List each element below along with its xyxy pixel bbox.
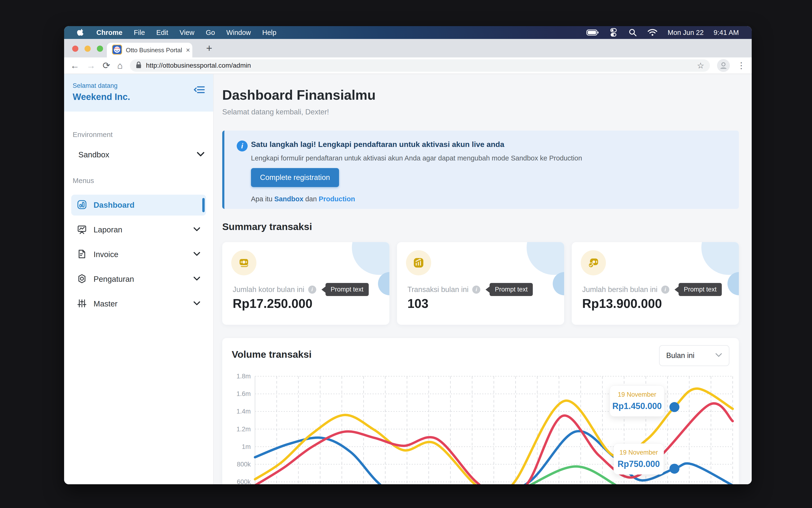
chevron-down-icon: [193, 227, 200, 232]
tooltip-date: 19 November: [612, 391, 662, 398]
wifi-icon[interactable]: [647, 29, 658, 37]
tab-title: Otto Business Portal: [126, 46, 182, 54]
complete-registration-button[interactable]: Complete registration: [251, 168, 339, 187]
profile-avatar-icon[interactable]: [717, 59, 730, 72]
chevron-down-icon: [197, 152, 205, 158]
card-net-amount: Jumlah bersih bulan ini i Prompt text Rp…: [572, 242, 739, 325]
window-minimize-button[interactable]: [85, 46, 91, 52]
sidebar-item-label: Pengaturan: [93, 274, 193, 284]
volume-chart-card: Volume transaksi Bulan ini 1.8m1.6m1.4m1…: [222, 338, 739, 484]
svg-text:1.4m: 1.4m: [237, 408, 251, 415]
sidebar-item-label: Master: [93, 299, 193, 308]
url-text[interactable]: http://ottobusinessportal.com/admin: [146, 62, 693, 69]
chart-tooltip: 19 November Rp750.000: [613, 443, 664, 474]
footnote-prefix: Apa itu: [251, 195, 274, 203]
menu-help[interactable]: Help: [262, 29, 276, 37]
tooltip-arrow: [485, 287, 489, 293]
production-link[interactable]: Production: [318, 195, 355, 203]
period-selector[interactable]: Bulan ini: [659, 345, 729, 366]
control-center-icon[interactable]: [609, 28, 618, 37]
invoice-document-icon: [77, 249, 87, 260]
sidebar-item-label: Laporan: [93, 225, 193, 234]
sandbox-link[interactable]: Sandbox: [274, 195, 303, 203]
sidebar-item-pengaturan[interactable]: Pengaturan: [71, 269, 206, 290]
window-close-button[interactable]: [72, 46, 78, 52]
back-icon[interactable]: ←: [70, 61, 79, 70]
reload-icon[interactable]: ⟳: [102, 61, 110, 70]
sidebar-collapse-icon[interactable]: [194, 85, 205, 95]
menubar-date[interactable]: Mon Jun 22: [668, 29, 704, 37]
info-icon[interactable]: i: [661, 286, 669, 294]
menu-go[interactable]: Go: [206, 29, 215, 37]
cash-icon: [231, 250, 256, 276]
sidebar-item-label: Dashboard: [93, 201, 200, 210]
new-tab-button[interactable]: +: [203, 42, 215, 55]
prompt-tooltip: Prompt text: [675, 283, 722, 296]
chevron-down-icon: [193, 252, 200, 257]
menu-file[interactable]: File: [134, 29, 145, 37]
svg-text:1m: 1m: [242, 443, 251, 450]
chevron-down-icon: [193, 276, 200, 282]
decor-circle: [701, 242, 739, 275]
browser-window: Chrome File Edit View Go Window Help Mon…: [64, 26, 752, 484]
card-value: 103: [408, 296, 428, 311]
sidebar-item-invoice[interactable]: Invoice: [71, 244, 206, 265]
browser-tab[interactable]: OTTO Otto Business Portal ×: [107, 43, 192, 57]
info-icon[interactable]: i: [472, 286, 480, 294]
card-label: Jumlah kotor bulan ini: [233, 285, 304, 294]
sidebar-company-header: Selamat datang Weekend Inc.: [64, 74, 213, 112]
prompt-tooltip: Prompt text: [485, 283, 533, 296]
summary-cards: Jumlah kotor bulan ini i Prompt text Rp1…: [222, 242, 739, 325]
info-icon[interactable]: i: [308, 286, 316, 294]
svg-text:600k: 600k: [237, 478, 251, 484]
info-icon: i: [237, 140, 248, 152]
tooltip-text: Prompt text: [489, 283, 533, 296]
browser-toolbar: ← → ⟳ ⌂ http://ottobusinessportal.com/ad…: [64, 57, 752, 74]
tab-bar: OTTO Otto Business Portal × +: [64, 39, 752, 57]
chart-heading: Volume transaksi: [232, 349, 312, 360]
tooltip-value: Rp750.000: [616, 459, 661, 469]
page-title: Dashboard Finansialmu: [222, 87, 376, 103]
apple-menu-icon[interactable]: [77, 28, 85, 37]
home-icon[interactable]: ⌂: [117, 61, 123, 70]
sidebar-item-master[interactable]: Master: [71, 293, 206, 314]
decor-circle: [553, 272, 564, 295]
environment-selector[interactable]: Sandbox: [73, 145, 205, 164]
banner-footnote: Apa itu Sandbox dan Production: [251, 195, 355, 203]
card-label: Jumlah bersih bulan ini: [582, 285, 657, 294]
settings-nut-icon: [77, 274, 87, 285]
sidebar-item-dashboard[interactable]: Dashboard: [71, 195, 206, 216]
sidebar-welcome-label: Selamat datang: [73, 82, 205, 89]
card-value: Rp17.250.000: [233, 296, 312, 311]
address-bar[interactable]: http://ottobusinessportal.com/admin ☆: [130, 59, 710, 72]
sidebar-environment-label: Environment: [73, 131, 113, 139]
tooltip-text: Prompt text: [326, 283, 369, 296]
bookmark-star-icon[interactable]: ☆: [697, 61, 704, 70]
svg-text:1.8m: 1.8m: [237, 373, 251, 380]
svg-text:1.2m: 1.2m: [237, 426, 251, 433]
menu-view[interactable]: View: [179, 29, 194, 37]
card-transaction-count: Transaksi bulan ini i Prompt text 103: [397, 242, 564, 325]
window-zoom-button[interactable]: [97, 46, 103, 52]
spotlight-search-icon[interactable]: [628, 28, 637, 37]
sidebar-item-laporan[interactable]: Laporan: [71, 219, 206, 240]
lock-icon: [136, 61, 142, 70]
decor-circle: [527, 242, 564, 275]
chevron-down-icon: [193, 301, 200, 307]
menubar-clock[interactable]: 9:41 AM: [714, 29, 739, 37]
browser-menu-icon[interactable]: ⋮: [737, 60, 745, 71]
forward-icon[interactable]: →: [86, 61, 95, 70]
tab-close-icon[interactable]: ×: [186, 46, 190, 54]
menu-chrome[interactable]: Chrome: [96, 29, 123, 37]
sidebar-menus-label: Menus: [73, 177, 94, 185]
tooltip-value: Rp1.450.000: [612, 401, 662, 411]
banner-description: Lengkapi formulir pendaftaran untuk akti…: [251, 154, 582, 162]
sidebar-company-name: Weekend Inc.: [73, 92, 205, 102]
page-subtitle: Selamat datang kembali, Dexter!: [222, 108, 329, 116]
environment-value: Sandbox: [78, 150, 197, 159]
battery-icon[interactable]: [587, 29, 599, 36]
menu-window[interactable]: Window: [226, 29, 251, 37]
menu-edit[interactable]: Edit: [156, 29, 168, 37]
page-content: Selamat datang Weekend Inc. Environment …: [64, 74, 752, 484]
decor-circle: [352, 242, 389, 275]
